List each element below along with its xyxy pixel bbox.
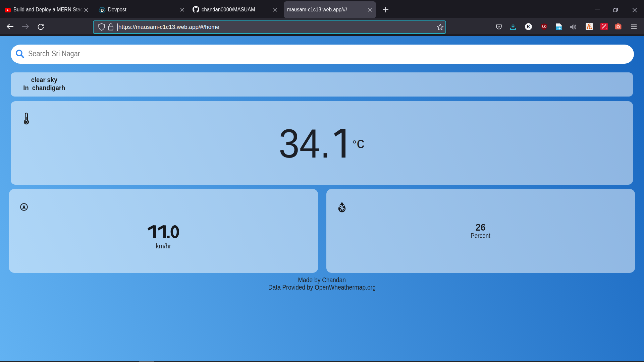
svg-text:K: K: [527, 24, 530, 29]
svg-text:D: D: [101, 8, 104, 13]
